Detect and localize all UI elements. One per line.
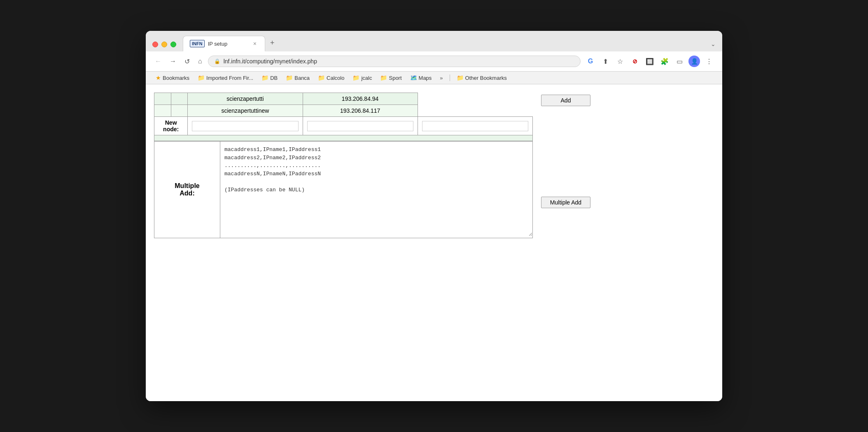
browser-window: INFN IP setup × + ⌄ ← → ↺ ⌂ 🔒 G [146, 31, 722, 401]
bookmark-maps[interactable]: 🗺️ Maps [407, 73, 435, 82]
active-tab[interactable]: INFN IP setup × [183, 36, 265, 51]
bookmark-db-label: DB [270, 75, 278, 81]
menu-icon: ⋮ [706, 58, 712, 65]
table-cell [171, 105, 188, 117]
extension1-button[interactable]: 🔲 [643, 55, 656, 68]
title-bar: INFN IP setup × + ⌄ [146, 31, 722, 51]
bookmark-sport-label: Sport [389, 75, 401, 81]
page-content: scienzapertutti 193.206.84.94 scienzaper… [146, 84, 722, 401]
bookmarks-text: Bookmarks [163, 75, 189, 81]
bookmark-imported-label: Imported From Fir... [206, 75, 253, 81]
add-button[interactable]: Add [541, 95, 590, 106]
maximize-button[interactable] [170, 42, 176, 47]
folder-icon: 📁 [380, 74, 387, 81]
tab-title: IP setup [208, 41, 227, 47]
extensions-button[interactable]: 🧩 [658, 55, 671, 68]
star-icon: ★ [156, 74, 161, 81]
new-tab-button[interactable]: + [267, 37, 278, 51]
tab-expand-button[interactable]: ⌄ [711, 41, 716, 51]
bookmark-sport[interactable]: 📁 Sport [377, 73, 405, 82]
back-icon: ← [155, 58, 161, 65]
folder-icon: 📁 [352, 74, 359, 81]
google-search-button[interactable]: G [584, 55, 597, 68]
sidebar-icon: ▭ [677, 58, 683, 65]
traffic-lights [152, 42, 176, 51]
spacer-row [154, 135, 533, 141]
bookmark-banca[interactable]: 📁 Banca [282, 73, 313, 82]
bookmark-calcolo-label: Calcolo [327, 75, 344, 81]
forward-button[interactable]: → [167, 56, 179, 67]
bookmark-maps-label: Maps [419, 75, 432, 81]
new-node-ipaddr-input[interactable] [422, 121, 528, 131]
bookmark-calcolo[interactable]: 📁 Calcolo [315, 73, 348, 82]
folder-icon: 📁 [261, 74, 268, 81]
extension1-icon: 🔲 [646, 58, 654, 65]
table-cell-ip: 193.206.84.94 [303, 93, 418, 105]
new-node-row: New node: [154, 117, 533, 135]
table-cell-name: scienzapertutti [188, 93, 303, 105]
sidebar-button[interactable]: ▭ [673, 55, 686, 68]
tab-close-button[interactable]: × [252, 39, 258, 48]
profile-button[interactable]: 👤 [688, 55, 701, 68]
main-table: scienzapertutti 193.206.84.94 scienzaper… [154, 93, 533, 141]
bookmark-other-label: Other Bookmarks [465, 75, 507, 81]
reload-button[interactable]: ↺ [182, 56, 192, 67]
bookmark-more[interactable]: » [436, 74, 446, 82]
multiple-add-button[interactable]: Multiple Add [541, 197, 590, 208]
google-icon: G [588, 58, 593, 65]
home-icon: ⌂ [198, 58, 202, 65]
home-button[interactable]: ⌂ [196, 56, 205, 67]
spacer-cell [154, 135, 533, 141]
new-node-name-cell [188, 117, 303, 135]
new-node-ipname-input[interactable] [307, 121, 413, 131]
bookmark-star-button[interactable]: ☆ [614, 55, 627, 68]
maps-icon: 🗺️ [410, 74, 417, 81]
bookmark-banca-label: Banca [294, 75, 310, 81]
new-node-label: New node: [154, 117, 188, 135]
share-icon: ⬆ [603, 58, 608, 65]
table-row: scienzapertuttinew 193.206.84.117 [154, 105, 533, 117]
table-section: scienzapertutti 193.206.84.94 scienzaper… [154, 93, 533, 238]
address-bar[interactable]: 🔒 [208, 56, 581, 67]
bookmark-other[interactable]: 📁 Other Bookmarks [453, 73, 510, 82]
share-button[interactable]: ⬆ [599, 55, 612, 68]
folder-icon: 📁 [457, 74, 464, 81]
forward-icon: → [170, 58, 176, 65]
content-layout: scienzapertutti 193.206.84.94 scienzaper… [154, 93, 590, 238]
table-cell [154, 105, 171, 117]
menu-button[interactable]: ⋮ [702, 55, 716, 68]
folder-icon: 📁 [198, 74, 205, 81]
bookmarks-bar: ★ Bookmarks 📁 Imported From Fir... 📁 DB … [146, 72, 722, 84]
bookmark-jcalc-label: jcalc [361, 75, 372, 81]
bookmark-separator [450, 74, 450, 81]
puzzle-icon: 🧩 [660, 58, 669, 65]
table-row: scienzapertutti 193.206.84.94 [154, 93, 533, 105]
avatar: 👤 [688, 56, 700, 67]
multiple-add-textarea[interactable]: macaddress1,IPname1,IPaddress1 macaddres… [220, 142, 532, 236]
actions-section: Add Multiple Add [541, 93, 590, 208]
bookmark-jcalc[interactable]: 📁 jcalc [349, 73, 375, 82]
bookmark-imported[interactable]: 📁 Imported From Fir... [194, 73, 257, 82]
bookmark-db[interactable]: 📁 DB [258, 73, 281, 82]
reload-icon: ↺ [184, 58, 190, 65]
table-cell-ip: 193.206.84.117 [303, 105, 418, 117]
url-input[interactable] [224, 58, 574, 65]
multiple-add-label-text: Multiple Add: [175, 182, 199, 197]
table-cell [154, 93, 171, 105]
star-icon: ☆ [617, 58, 623, 65]
multiple-add-section: Multiple Add: macaddress1,IPname1,IPaddr… [154, 141, 533, 238]
back-button[interactable]: ← [152, 56, 164, 67]
bookmarks-label[interactable]: ★ Bookmarks [152, 73, 193, 82]
new-node-ip-cell [418, 117, 532, 135]
textarea-container: macaddress1,IPname1,IPaddress1 macaddres… [220, 141, 533, 238]
folder-icon: 📁 [318, 74, 325, 81]
nav-icons: G ⬆ ☆ ⊘ 🔲 🧩 ▭ 👤 ⋮ [584, 55, 716, 68]
folder-icon: 📁 [286, 74, 293, 81]
table-cell [171, 93, 188, 105]
close-button[interactable] [152, 42, 158, 47]
new-node-mac-input[interactable] [192, 121, 298, 131]
adblock-button[interactable]: ⊘ [628, 55, 642, 68]
adblock-icon: ⊘ [632, 58, 637, 65]
lock-icon: 🔒 [214, 58, 220, 64]
minimize-button[interactable] [161, 42, 167, 47]
